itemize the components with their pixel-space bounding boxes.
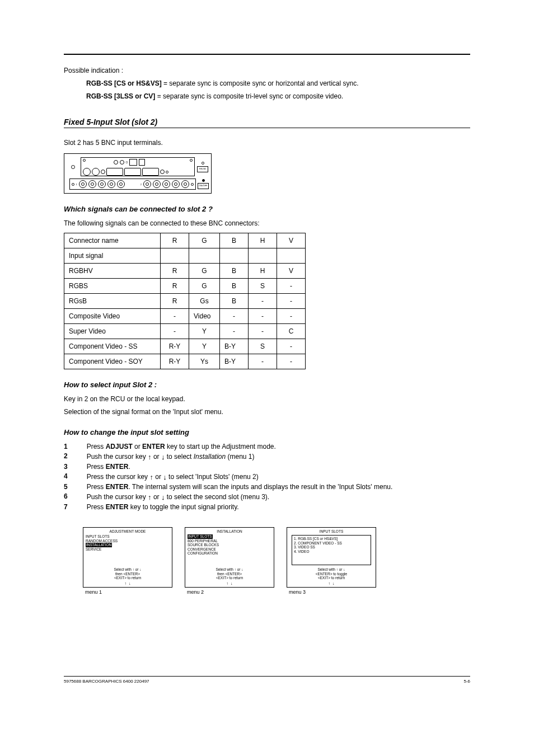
indication-2-text: = separate sync is composite tri-level s… — [155, 92, 343, 100]
section2-intro: The following signals can be connected t… — [64, 219, 470, 228]
arrow-up-icon: ↑ — [148, 453, 152, 461]
steps-list: 1 Press ADJUST or ENTER key to start up … — [64, 442, 392, 513]
table-header-cell: V — [277, 233, 306, 248]
table-header-cell: G — [189, 233, 220, 248]
section-how-change-title: How to change the input slot setting — [64, 428, 470, 436]
table-header-cell: Connector name — [64, 233, 161, 248]
table-row: Connector name R G B H V — [64, 233, 306, 248]
arrow-up-icon: ↑ — [125, 581, 127, 585]
step-text: Press ENTER. — [87, 462, 393, 472]
step-text: Press the cursor key ↑ or ↓ to select 'I… — [87, 472, 393, 482]
step-text: Press ADJUST or ENTER key to start up th… — [87, 442, 393, 452]
indication-1-text: = separate sync is composite sync or hor… — [162, 79, 359, 87]
menu-3: INPUT SLOTS 1. RGB-SS [CS or HS&VS] 2. C… — [287, 527, 376, 595]
arrow-up-icon: ↑ — [329, 581, 331, 585]
table-row: Super Video - Y - - C — [64, 323, 306, 339]
indication-line-2: RGB-SS [3LSS or CV] = separate sync is c… — [64, 92, 470, 101]
table-row: Component Video - SOY R-Y Ys B-Y - - — [64, 354, 306, 369]
possible-indication-label: Possible indication : — [64, 66, 470, 76]
table-row: Composite Video - Video - - - — [64, 308, 306, 323]
section1-para: Slot 2 has 5 BNC input terminals. — [64, 138, 470, 148]
table-row: RGBS R G B S - — [64, 278, 306, 293]
section-fixed-5-input-title: Fixed 5-Input Slot (slot 2) — [64, 118, 470, 128]
footer-right: 5-6 — [463, 679, 470, 684]
arrow-up-icon: ↑ — [148, 493, 152, 501]
step-text: Push the cursor key ↑ or ↓ to select the… — [87, 492, 393, 503]
signals-table: Connector name R G B H V Input signal RG… — [64, 233, 306, 369]
device-diagram: O — [64, 153, 470, 194]
menu-2: INSTALLATION INPUT SLOTS 800 PERIPHERAL … — [185, 527, 274, 595]
arrow-down-icon: ↓ — [163, 473, 167, 481]
table-header-cell: B — [220, 233, 249, 248]
badge-rs232: RS232 — [197, 166, 208, 172]
step-text: Press ENTER key to toggle the input sign… — [87, 503, 393, 512]
table-row: Input signal — [64, 248, 306, 263]
section3-para1: Key in 2 on the RCU or the local keypad. — [64, 395, 470, 404]
table-header-cell: R — [161, 233, 189, 248]
arrow-up-icon: ↑ — [227, 581, 229, 585]
arrow-down-icon: ↓ — [129, 581, 131, 585]
footer-left: 5975688 BARCOGRAPHICS 6400 220497 — [64, 679, 149, 684]
arrow-down-icon: ↓ — [332, 581, 335, 585]
table-row: RGsB R Gs B - - — [64, 293, 306, 308]
arrow-up-icon: ↑ — [149, 473, 153, 481]
table-header-cell: H — [249, 233, 277, 248]
arrow-down-icon: ↓ — [161, 493, 165, 501]
menu-1: ADJUSTMENT MODE INPUT SLOTS RANDOM ACCES… — [83, 527, 172, 595]
section-which-signals-title: Which signals can be connected to slot 2… — [64, 205, 470, 213]
section3-para2: Selection of the signal format on the 'I… — [64, 407, 470, 417]
arrow-down-icon: ↓ — [161, 453, 165, 461]
table-row: Component Video - SS R-Y Y B-Y S - — [64, 339, 306, 354]
step-text: Push the cursor key ↑ or ↓ to select Ins… — [87, 452, 393, 462]
step-text: Press ENTER. The internal system will sc… — [87, 482, 393, 492]
indication-1-key: RGB-SS [CS or HS&VS] — [86, 79, 162, 87]
indication-2-key: RGB-SS [3LSS or CV] — [86, 92, 155, 100]
table-row: RGBHV R G B H V — [64, 263, 306, 278]
badge-on-off: ON/OFF — [198, 183, 209, 189]
section-how-select-title: How to select input Slot 2 : — [64, 381, 470, 389]
indication-line-1: RGB-SS [CS or HS&VS] = separate sync is … — [64, 79, 470, 88]
arrow-down-icon: ↓ — [231, 581, 233, 585]
